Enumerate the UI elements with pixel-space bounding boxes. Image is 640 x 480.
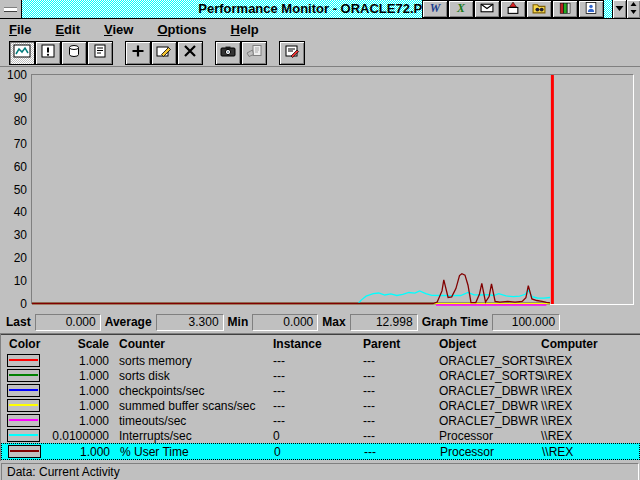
- title-icon-strip: WX: [422, 0, 640, 18]
- toolbar: [0, 39, 640, 67]
- modify-selected-button[interactable]: [151, 41, 177, 65]
- legend-table: ColorScaleCounterInstanceParentObjectCom…: [0, 334, 640, 461]
- legend-row-sorts-memory[interactable]: 1.000sorts memory------ORACLE7_SORTS\\RE…: [1, 353, 640, 368]
- delete-selected-button[interactable]: [177, 41, 203, 65]
- header-object: Object: [431, 337, 533, 351]
- menu-edit[interactable]: Edit: [55, 22, 80, 37]
- color-swatch: [7, 384, 40, 397]
- camera-icon: [219, 44, 237, 61]
- legend-row-interrupts-sec[interactable]: 0.0100000Interrupts/sec0---Processor\\RE…: [1, 428, 640, 443]
- y-tick-label: 90: [0, 91, 27, 105]
- legend-row-checkpoints-sec[interactable]: 1.000checkpoints/sec------ORACLE7_DBWR\\…: [1, 383, 640, 398]
- color-cell: [1, 369, 45, 382]
- excel-icon-button[interactable]: X: [448, 0, 474, 18]
- value-box-min: 0.000: [252, 314, 318, 331]
- parent-cell: ---: [355, 414, 431, 428]
- svg-text:X: X: [456, 1, 466, 15]
- add-counter-button[interactable]: [125, 41, 151, 65]
- parent-cell: ---: [355, 384, 431, 398]
- report-view-button[interactable]: [87, 41, 113, 65]
- chart-view-button[interactable]: [9, 41, 35, 65]
- svg-text:W: W: [430, 1, 442, 15]
- office-books-icon: [556, 1, 574, 18]
- value-label-average: Average: [101, 315, 156, 329]
- parent-cell: ---: [355, 354, 431, 368]
- place-bookmark-button[interactable]: [241, 41, 267, 65]
- color-swatch: [8, 445, 41, 458]
- y-tick-label: 50: [0, 183, 27, 197]
- legend-row-sorts-disk[interactable]: 1.000sorts disk------ORACLE7_SORTS\\REX: [1, 368, 640, 383]
- value-label-last: Last: [2, 315, 35, 329]
- delete-icon: [181, 44, 199, 61]
- instance-cell: 0: [266, 445, 356, 459]
- mail-icon: [478, 1, 496, 18]
- series--user-time: [32, 274, 550, 304]
- counter-cell: % User Time: [112, 445, 266, 459]
- menu-view[interactable]: View: [104, 22, 133, 37]
- options-button[interactable]: [279, 41, 305, 65]
- minimize-icon: [614, 2, 625, 17]
- chart-region: 1009080706050403020100: [0, 67, 640, 311]
- menu-help[interactable]: Help: [231, 22, 259, 37]
- log-view-button[interactable]: [61, 41, 87, 65]
- object-cell: ORACLE7_DBWR: [431, 399, 533, 413]
- options-icon: [283, 44, 301, 61]
- legend-row--user-time[interactable]: 1.000% User Time0---Processor\\REX: [1, 443, 640, 460]
- edit-icon: [155, 44, 173, 61]
- parent-cell: ---: [355, 399, 431, 413]
- office-books-icon-button[interactable]: [552, 0, 578, 18]
- counter-cell: summed buffer scans/sec: [111, 399, 265, 413]
- computer-cell: \\REX: [533, 414, 640, 428]
- menu-file[interactable]: File: [9, 22, 31, 37]
- instance-cell: 0: [265, 429, 355, 443]
- plus-icon: [129, 44, 147, 61]
- color-cell: [1, 354, 45, 367]
- inbox-icon-button[interactable]: [500, 0, 526, 18]
- organizer-icon: [582, 1, 600, 18]
- chart-plot-area: [31, 74, 634, 305]
- counter-cell: Interrupts/sec: [111, 429, 265, 443]
- computer-cell: \\REX: [533, 369, 640, 383]
- value-label-max: Max: [318, 315, 349, 329]
- chart-icon: [13, 44, 31, 61]
- menu-options[interactable]: Options: [157, 22, 206, 37]
- y-tick-label: 60: [0, 160, 27, 174]
- color-cell: [1, 414, 45, 427]
- computer-cell: \\REX: [533, 429, 640, 443]
- word-icon-button[interactable]: W: [422, 0, 448, 18]
- mail-icon-button[interactable]: [474, 0, 500, 18]
- minimize-button[interactable]: [612, 0, 626, 18]
- report-icon: [91, 44, 109, 61]
- color-swatch: [7, 414, 40, 427]
- alert-view-button[interactable]: [35, 41, 61, 65]
- scale-cell: 1.000: [45, 399, 111, 413]
- object-cell: ORACLE7_SORTS: [431, 369, 533, 383]
- y-tick-label: 10: [0, 274, 27, 288]
- inbox-icon: [504, 1, 522, 18]
- color-swatch: [7, 429, 40, 442]
- object-cell: Processor: [431, 429, 533, 443]
- instance-cell: ---: [265, 384, 355, 398]
- scale-cell: 1.000: [46, 445, 112, 459]
- chart-lines: [32, 75, 633, 304]
- update-data-button[interactable]: [215, 41, 241, 65]
- counter-cell: timeouts/sec: [111, 414, 265, 428]
- find-file-icon-button[interactable]: [526, 0, 552, 18]
- organizer-icon-button[interactable]: [578, 0, 604, 18]
- object-cell: ORACLE7_SORTS: [431, 354, 533, 368]
- y-tick-label: 80: [0, 114, 27, 128]
- scale-cell: 1.000: [45, 369, 111, 383]
- legend-row-timeouts-sec[interactable]: 1.000timeouts/sec------ORACLE7_DBWR\\REX: [1, 413, 640, 428]
- computer-cell: \\REX: [534, 445, 639, 459]
- legend-header-row: ColorScaleCounterInstanceParentObjectCom…: [1, 334, 640, 353]
- computer-cell: \\REX: [533, 399, 640, 413]
- y-tick-label: 0: [0, 297, 27, 311]
- parent-cell: ---: [356, 445, 432, 459]
- restore-button[interactable]: [626, 0, 640, 18]
- status-text: Data: Current Activity: [7, 465, 120, 479]
- value-box-max: 12.998: [350, 314, 418, 331]
- header-scale: Scale: [45, 337, 111, 351]
- object-cell: ORACLE7_DBWR: [431, 384, 533, 398]
- color-swatch: [7, 399, 40, 412]
- legend-row-summed-buffer-scans-sec[interactable]: 1.000summed buffer scans/sec------ORACLE…: [1, 398, 640, 413]
